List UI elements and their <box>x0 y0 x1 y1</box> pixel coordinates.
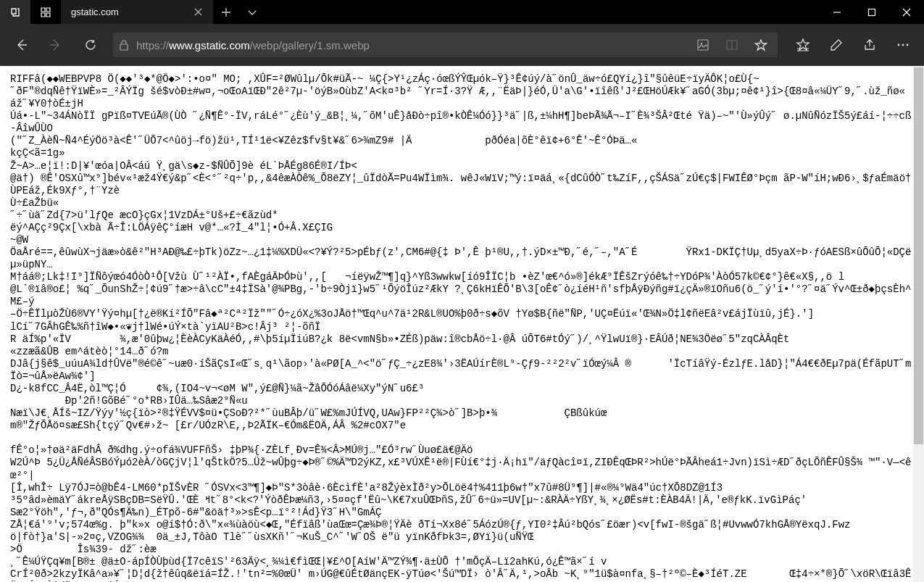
set-aside-tabs-button[interactable] <box>0 0 30 24</box>
url-prefix: https:// <box>136 39 169 51</box>
tab-preview-button[interactable] <box>239 7 265 17</box>
toolbar: https://www.gstatic.com/webp/gallery/1.s… <box>0 24 924 66</box>
share-button[interactable] <box>853 28 886 62</box>
svg-rect-1 <box>120 44 128 50</box>
raw-content: RIFFâ(◆◆WEBPVP8 Ö(◆◆'³◆*@Ö◆>':•o¤" MO; ,… <box>0 66 924 582</box>
favorites-button[interactable] <box>786 28 820 62</box>
close-tab-button[interactable] <box>190 8 206 16</box>
tab-title: gstatic.com <box>71 7 183 17</box>
toolbar-right <box>786 28 920 62</box>
new-tab-button[interactable] <box>213 7 239 17</box>
titlebar-left: gstatic.com <box>0 0 265 24</box>
url-path: /webp/gallery/1.sm.webp <box>250 39 370 51</box>
show-tabs-button[interactable] <box>30 0 61 24</box>
address-bar[interactable]: https://www.gstatic.com/webp/gallery/1.s… <box>113 33 778 57</box>
lock-icon <box>119 39 129 51</box>
browser-tab[interactable]: gstatic.com <box>61 0 213 24</box>
svg-point-6 <box>907 44 909 46</box>
notes-button[interactable] <box>820 28 853 62</box>
back-button[interactable] <box>4 28 38 62</box>
refresh-button[interactable] <box>74 28 107 62</box>
reading-view-icon[interactable] <box>721 38 743 51</box>
svg-rect-2 <box>698 40 708 50</box>
svg-point-3 <box>701 43 702 44</box>
maximize-button[interactable] <box>854 0 889 24</box>
titlebar: gstatic.com <box>0 0 924 24</box>
titlebar-drag-region[interactable] <box>265 0 820 24</box>
vertical-scrollbar[interactable] <box>913 66 924 582</box>
scroll-thumb[interactable] <box>914 67 923 444</box>
url-text: https://www.gstatic.com/webp/gallery/1.s… <box>136 39 685 51</box>
forward-button <box>39 28 72 62</box>
minimize-button[interactable] <box>820 0 854 24</box>
content-area: RIFFâ(◆◆WEBPVP8 Ö(◆◆'³◆*@Ö◆>':•o¤" MO; ,… <box>0 66 924 582</box>
window-controls <box>820 0 924 24</box>
favorite-star-icon[interactable] <box>750 38 772 51</box>
close-window-button[interactable] <box>889 0 924 24</box>
svg-rect-0 <box>869 9 875 15</box>
svg-point-5 <box>902 44 904 46</box>
tracking-prevention-icon[interactable] <box>692 38 714 51</box>
svg-point-4 <box>898 44 900 46</box>
url-host: www.gstatic.com <box>169 39 250 51</box>
more-button[interactable] <box>886 28 920 62</box>
